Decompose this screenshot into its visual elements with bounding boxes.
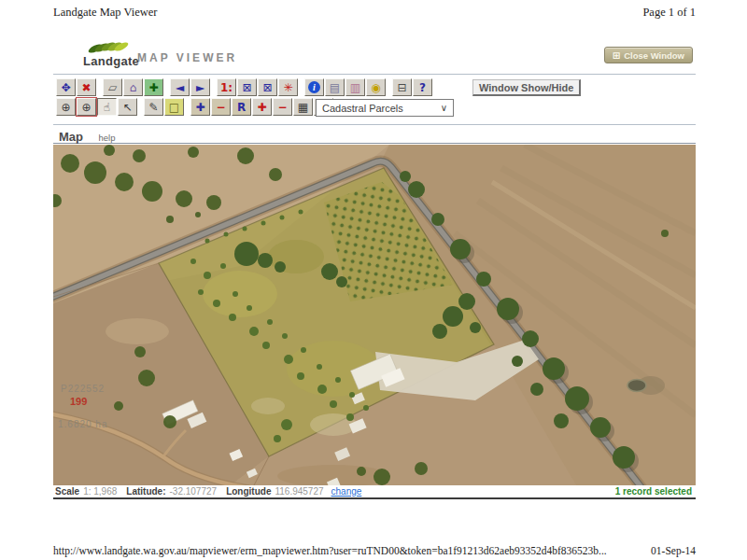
chevron-down-icon: ∨ (441, 103, 447, 113)
full-extent-button[interactable]: ✳ (278, 78, 298, 96)
tabs-row: Map help (53, 128, 696, 144)
measure-tool-icon: ✎ (148, 102, 158, 113)
measure-tool-button[interactable]: ✎ (144, 98, 163, 116)
longitude-label: Longitude (226, 486, 271, 497)
latitude-label: Latitude: (126, 486, 165, 497)
change-coordinates-link[interactable]: change (331, 486, 362, 497)
next-extent-icon: ► (196, 82, 204, 93)
latitude-value: -32.107727 (170, 486, 218, 497)
next-extent-button[interactable]: ► (190, 78, 210, 96)
home-extent-icon: ⌂ (130, 82, 137, 93)
grid-on-button[interactable]: ▦ (293, 98, 313, 116)
aerial-map-image: P222552 199 1.6820 ha (53, 145, 696, 485)
page-number: Page 1 of 1 (642, 6, 696, 20)
select-area-button[interactable]: □ (164, 98, 184, 116)
feature-info-icon: i (308, 81, 320, 93)
zoom-window-button[interactable]: ⊠ (258, 78, 277, 96)
toolbar-row-2: ⊕⊕☝↖✎□✚−R✚−▦▦ (56, 98, 334, 116)
records-selected-status: 1 record selected (615, 486, 692, 497)
layer-select-dropdown[interactable]: Cadastral Parcels ∨ (316, 99, 454, 117)
print-map-button[interactable]: ⊟ (392, 78, 412, 96)
scale-label: Scale (55, 486, 79, 497)
select-region-icon: R (237, 102, 246, 113)
pan-hand-button[interactable]: ☝ (97, 98, 117, 116)
logo-wordmark: Landgate (81, 54, 141, 68)
grid-on-icon: ▦ (298, 102, 308, 113)
layer-select-value: Cadastral Parcels (322, 103, 403, 114)
header-divider (53, 74, 696, 75)
home-extent-button[interactable]: ⌂ (123, 78, 143, 96)
landgate-leaf-icon (87, 40, 135, 55)
print-map-icon: ⊟ (397, 82, 406, 93)
data-table-icon: ◉ (371, 82, 380, 93)
zoom-to-selection-icon: ✚ (148, 82, 158, 93)
pan-tool-button[interactable]: ✥ (56, 78, 76, 96)
select-pointer-button[interactable]: ↖ (118, 98, 137, 116)
print-header: Landgate Map Viewer Page 1 of 1 (53, 6, 696, 20)
help-button[interactable]: ? (413, 78, 432, 96)
dam (627, 380, 646, 392)
tab-map[interactable]: Map (59, 130, 83, 144)
window-show-hide-button[interactable]: Window Show/Hide (472, 79, 581, 96)
map-scale-icon: 1: (220, 82, 233, 93)
report-page-button[interactable]: ▤ (325, 78, 345, 96)
select-area-icon: □ (169, 102, 179, 113)
scale-value: 1: 1,968 (83, 486, 117, 497)
zoom-box-magnifier-icon: ⊕ (81, 102, 91, 113)
data-table-button[interactable]: ◉ (366, 78, 386, 96)
pan-tool-icon: ✥ (61, 82, 70, 93)
select-add-icon: ✚ (195, 102, 204, 113)
zoom-window-icon: ⊠ (262, 82, 272, 93)
report-page-icon: ▤ (330, 82, 340, 93)
full-extent-icon: ✳ (283, 82, 292, 93)
clear-map-icon: ▱ (108, 82, 117, 93)
close-window-icon: ⊞ (613, 50, 620, 61)
overview-window-button[interactable]: ⊠ (237, 78, 257, 96)
longitude-value: 116.945727 (275, 486, 323, 497)
print-title: Landgate Map Viewer (53, 6, 157, 20)
clear-map-button[interactable]: ▱ (103, 78, 122, 96)
landgate-logo: Landgate (81, 40, 141, 68)
previous-extent-button[interactable]: ◄ (170, 78, 190, 96)
print-date: 01-Sep-14 (651, 545, 696, 556)
overview-window-icon: ⊠ (242, 82, 251, 93)
status-bar: Scale 1: 1,968 Latitude: -32.107727 Long… (53, 485, 696, 499)
toolbar-divider (53, 124, 696, 125)
clear-selection-button[interactable]: ✖ (77, 78, 96, 96)
map-viewport[interactable]: P222552 199 1.6820 ha (53, 145, 696, 485)
zoom-to-selection-button[interactable]: ✚ (144, 78, 163, 96)
toolbar-row-1: ✥✖▱⌂✚◄►1:⊠⊠✳i▤▥◉⊟? (56, 78, 433, 96)
print-report-button[interactable]: ▥ (345, 78, 365, 96)
clear-selection-icon: ✖ (81, 82, 91, 93)
zoom-in-magnifier-button[interactable]: ⊕ (56, 98, 76, 116)
select-add-button[interactable]: ✚ (190, 98, 210, 116)
feature-info-button[interactable]: i (304, 78, 324, 96)
select-remove-button[interactable]: − (211, 98, 231, 116)
zoom-in-magnifier-icon: ⊕ (61, 102, 70, 113)
map-label-area: 1.6820 ha (58, 419, 108, 429)
help-link[interactable]: help (98, 133, 115, 143)
map-scale-button[interactable]: 1: (217, 78, 236, 96)
pan-hand-icon: ☝ (104, 102, 110, 113)
app-header: Landgate MAP VIEWER ⊞ Close Window (53, 39, 696, 74)
page-title: MAP VIEWER (137, 51, 237, 64)
fixed-zoom-in-icon: ✚ (257, 102, 266, 113)
help-icon: ? (419, 82, 426, 93)
page-url: http://www.landgate.wa.gov.au/mapviewer/… (53, 545, 607, 556)
fixed-zoom-out-icon: − (277, 102, 287, 113)
select-remove-icon: − (216, 102, 225, 113)
select-region-button[interactable]: R (232, 98, 251, 116)
print-report-icon: ▥ (350, 82, 360, 93)
previous-extent-icon: ◄ (176, 82, 184, 93)
print-footer: http://www.landgate.wa.gov.au/mapviewer/… (53, 545, 696, 556)
map-label-lot-number: 199 (70, 396, 87, 407)
select-pointer-icon: ↖ (122, 102, 132, 113)
fixed-zoom-out-button[interactable]: − (273, 98, 292, 116)
close-window-label: Close Window (624, 50, 684, 61)
fixed-zoom-in-button[interactable]: ✚ (252, 98, 272, 116)
zoom-box-magnifier-button[interactable]: ⊕ (77, 98, 96, 116)
map-label-plan-number: P222552 (61, 384, 105, 394)
close-window-button[interactable]: ⊞ Close Window (604, 47, 693, 63)
